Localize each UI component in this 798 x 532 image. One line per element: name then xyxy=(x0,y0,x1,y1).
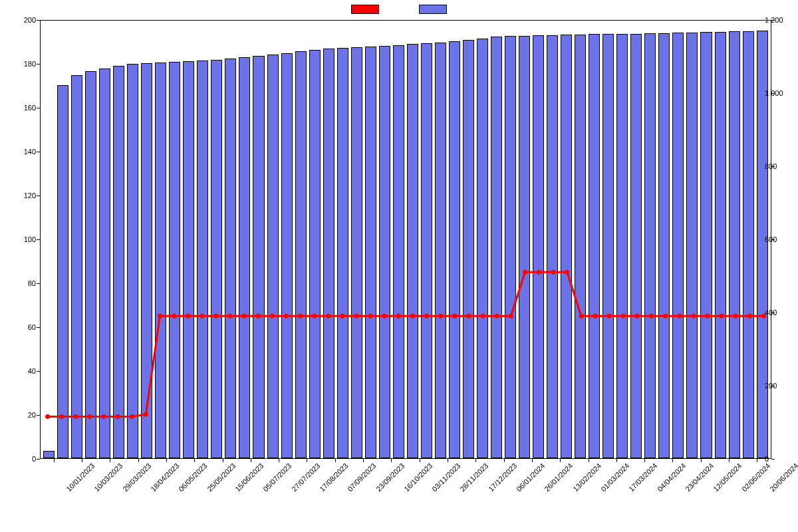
y-left-tick-mark xyxy=(37,327,40,328)
x-tick-mark xyxy=(701,459,702,462)
line-marker xyxy=(284,314,289,319)
y-right-tick-mark xyxy=(771,459,775,460)
line-marker xyxy=(186,314,190,319)
line-marker xyxy=(45,414,50,419)
y-left-tick-mark xyxy=(37,20,40,21)
x-tick-label: 12/05/2024 xyxy=(712,462,743,493)
line-marker xyxy=(593,314,598,319)
y-left-tick-label: 180 xyxy=(3,61,36,68)
line-marker xyxy=(424,314,429,319)
x-tick-label: 17/12/2023 xyxy=(487,462,518,493)
y-right-tick-label: 1 000 xyxy=(765,90,795,97)
x-tick-label: 17/08/2023 xyxy=(318,462,349,493)
legend-swatch-series2 xyxy=(419,5,447,14)
x-tick-label: 13/02/2024 xyxy=(571,462,602,493)
x-tick-mark xyxy=(54,459,55,462)
line-marker xyxy=(256,314,261,319)
y-right-tick-mark xyxy=(771,386,775,386)
x-tick-label: 01/03/2024 xyxy=(599,462,630,493)
x-tick-label: 17/03/2024 xyxy=(627,462,658,493)
line-marker xyxy=(551,270,555,275)
line-marker xyxy=(368,314,373,319)
y-left-tick-mark xyxy=(37,459,40,460)
line-marker xyxy=(691,314,696,319)
x-tick-mark xyxy=(448,459,448,462)
line-marker xyxy=(509,314,513,319)
x-tick-mark xyxy=(589,459,589,462)
x-tick-label: 02/06/2024 xyxy=(740,462,771,493)
line-marker xyxy=(677,314,682,319)
y-left-tick-mark xyxy=(37,283,40,284)
x-tick-mark xyxy=(110,459,110,462)
y-right-tick-label: 600 xyxy=(765,236,795,243)
y-right-tick-mark xyxy=(771,166,775,167)
x-tick-mark xyxy=(391,459,392,462)
x-tick-label: 23/09/2023 xyxy=(374,462,406,493)
x-tick-mark xyxy=(729,459,730,462)
line-marker xyxy=(565,270,569,275)
line-marker xyxy=(130,414,134,419)
x-tick-label: 23/04/2024 xyxy=(684,462,715,493)
line-marker xyxy=(312,314,317,319)
line-marker xyxy=(438,314,443,319)
line-marker xyxy=(326,314,331,319)
y-left-tick-label: 120 xyxy=(3,192,36,200)
line-marker xyxy=(242,314,247,319)
x-tick-mark xyxy=(279,459,279,462)
y-left-tick-label: 20 xyxy=(3,412,36,419)
y-left-tick-mark xyxy=(37,152,40,152)
line-marker xyxy=(270,314,275,319)
chart-stage: 0204060801001201401601802000200400600800… xyxy=(0,0,798,532)
x-tick-label: 28/11/2023 xyxy=(459,462,490,493)
line-marker xyxy=(116,414,120,419)
y-right-tick-label: 200 xyxy=(765,382,795,390)
x-tick-label: 27/07/2023 xyxy=(290,462,321,493)
x-tick-label: 15/06/2023 xyxy=(233,462,265,493)
x-tick-mark xyxy=(672,459,673,462)
line-marker xyxy=(621,314,626,319)
line-marker xyxy=(579,314,583,319)
y-right-tick-mark xyxy=(771,93,775,94)
line-marker xyxy=(537,270,541,275)
y-right-tick-label: 400 xyxy=(765,309,795,317)
line-marker xyxy=(705,314,710,319)
y-left-tick-mark xyxy=(37,108,40,108)
x-tick-mark xyxy=(757,459,757,462)
line-marker xyxy=(144,412,148,417)
line-marker xyxy=(523,270,527,275)
x-tick-label: 07/09/2023 xyxy=(346,462,377,493)
x-tick-mark xyxy=(82,459,82,462)
line-marker xyxy=(481,314,485,319)
x-tick-mark xyxy=(138,459,139,462)
y-left-tick-mark xyxy=(37,64,40,65)
line-marker xyxy=(410,314,415,319)
line-marker xyxy=(172,314,176,319)
x-tick-mark xyxy=(644,459,645,462)
line-marker xyxy=(607,314,612,319)
line-marker xyxy=(635,314,640,319)
x-tick-label: 26/01/2024 xyxy=(543,462,575,493)
x-tick-mark xyxy=(166,459,167,462)
line-marker xyxy=(354,314,359,319)
x-tick-mark xyxy=(194,459,195,462)
y-right-tick-mark xyxy=(771,20,775,21)
y-left-tick-label: 160 xyxy=(3,104,36,112)
legend xyxy=(0,4,798,14)
line-marker xyxy=(298,314,303,319)
x-tick-mark xyxy=(363,459,364,462)
line-marker xyxy=(663,314,668,319)
x-tick-label: 18/04/2023 xyxy=(149,462,180,493)
x-tick-mark xyxy=(251,459,251,462)
x-tick-mark xyxy=(223,459,223,462)
x-tick-label: 16/10/2023 xyxy=(402,462,434,493)
line-marker xyxy=(649,314,654,319)
y-right-tick-mark xyxy=(771,239,775,240)
x-tick-mark xyxy=(504,459,505,462)
y-left-tick-label: 60 xyxy=(3,324,36,331)
y-left-tick-label: 80 xyxy=(3,280,36,287)
x-tick-label: 06/01/2024 xyxy=(515,462,546,493)
y-right-tick-label: 0 xyxy=(765,456,795,463)
line-marker xyxy=(452,314,457,319)
line-marker xyxy=(213,314,218,319)
x-tick-mark xyxy=(532,459,533,462)
